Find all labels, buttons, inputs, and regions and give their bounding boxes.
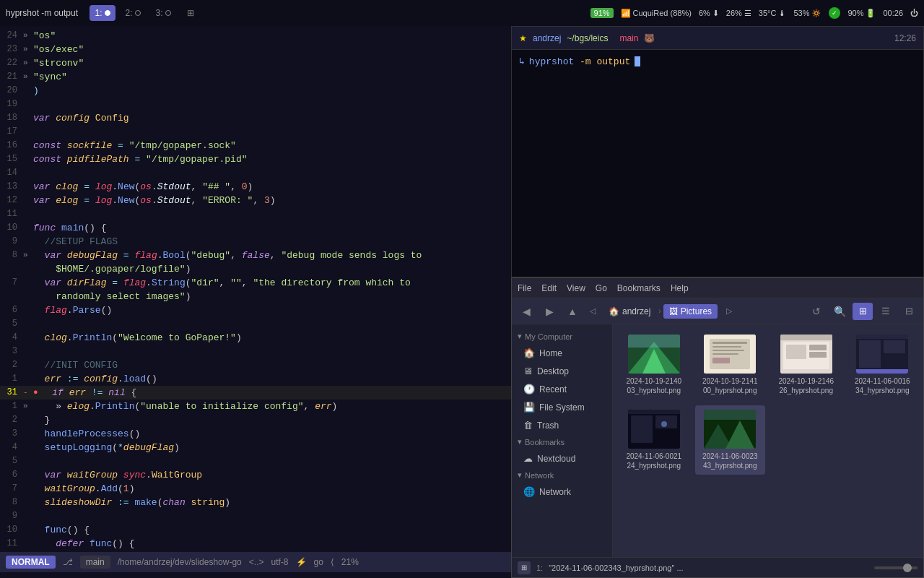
code-editor[interactable]: 24 » "os" 23 » "os/exec" 22 » "strconv" … (0, 26, 511, 578)
fm-menu-edit[interactable]: Edit (541, 283, 557, 293)
fm-statusbar: ⊞ 1: "2024-11-06-002343_hyprshot.png" ..… (512, 557, 923, 577)
code-line: 13 var clog = log.New(os.Stdout, "## ", … (0, 180, 511, 194)
fm-menu-help[interactable]: Help (671, 283, 689, 293)
fm-zoom-control[interactable] (874, 566, 918, 569)
terminal-prompt: ↳ hyprshot -m output (519, 56, 916, 67)
svg-rect-9 (712, 353, 738, 355)
fm-back-button[interactable]: ◀ (516, 303, 536, 320)
svg-rect-26 (655, 415, 677, 428)
fm-sidebar-nextcloud[interactable]: ☁ Nextcloud (512, 449, 612, 467)
fm-breadcrumb: 🏠 andrzej › 🖼 Pictures (603, 304, 718, 319)
fm-forward-button[interactable]: ▶ (539, 303, 559, 320)
fm-list-view-button[interactable]: ☰ (876, 303, 896, 320)
workspace-2-label: 2: (126, 8, 133, 18)
fm-sidebar-home[interactable]: 🏠 Home (512, 344, 612, 362)
terminal-emoji: 🐻 (644, 33, 655, 43)
home-sidebar-icon: 🏠 (523, 348, 535, 358)
code-line: 4 clog.Println("Welcome to GoPaper!") (0, 331, 511, 345)
fm-menu-bookmarks[interactable]: Bookmarks (617, 283, 661, 293)
fm-reload-button[interactable]: ↺ (806, 303, 827, 320)
fm-file-6[interactable]: 2024-11-06-002343_hyprshot.png (695, 405, 766, 475)
fm-next-button[interactable]: ▷ (722, 303, 736, 320)
power-icon[interactable]: ⏻ (910, 9, 918, 17)
code-line: 7 waitGroup.Add(1) (0, 482, 511, 496)
home-icon: 🏠 (609, 306, 619, 316)
code-line: 3 (0, 345, 511, 358)
fm-section-bookmarks[interactable]: ▾ Bookmarks (512, 434, 612, 449)
editor-scroll3: ⟨ (331, 557, 334, 567)
download-status: 6% ⬇ (699, 9, 719, 18)
fm-zoom-handle[interactable] (903, 564, 912, 572)
fm-section-network[interactable]: ▾ Network (512, 467, 612, 483)
svg-rect-27 (655, 430, 677, 443)
workspace-2[interactable]: 2: (120, 5, 146, 21)
workspace-3-label: 3: (156, 8, 163, 18)
fm-section-my-computer[interactable]: ▾ My Computer (512, 329, 612, 344)
fm-search-button[interactable]: 🔍 (829, 303, 850, 320)
main-battery-icon: 🔋 (866, 9, 876, 18)
svg-point-28 (661, 421, 667, 427)
code-line: randomly select images") (0, 290, 511, 303)
topbar-title: hyprshot -m output (6, 8, 78, 18)
trash-sidebar-icon: 🗑 (523, 420, 533, 431)
fm-sidebar-recent[interactable]: 🕐 Recent (512, 380, 612, 398)
code-line: 10 func() { (0, 523, 511, 537)
code-line: 23 » "os/exec" (0, 43, 511, 56)
code-line: 6 var waitGroup sync.WaitGroup (0, 468, 511, 482)
editor-percent: 21% (341, 557, 359, 567)
code-line: 11 (0, 207, 511, 221)
code-area[interactable]: 24 » "os" 23 » "os/exec" 22 » "strconv" … (0, 26, 511, 552)
terminal-body[interactable]: ↳ hyprshot -m output (512, 50, 923, 277)
chevron-down-icon-bookmarks: ▾ (518, 437, 522, 447)
fm-file-2[interactable]: 2024-10-19-214100_hyprshot.png (695, 330, 766, 400)
fm-sidebar-network[interactable]: 🌐 Network (512, 483, 612, 501)
terminal[interactable]: ★ andrzej ~/bgs/leics main 🐻 12:26 ↳ hyp… (511, 26, 924, 277)
svg-rect-3 (628, 335, 680, 348)
code-line: 12 if r := recover(); r != nil { (0, 551, 511, 552)
editor-encoding: utf-8 (271, 557, 288, 567)
svg-rect-8 (712, 350, 744, 351)
fm-file-4[interactable]: 2024-11-06-001634_hyprshot.png (847, 330, 918, 400)
file-manager[interactable]: File Edit View Go Bookmarks Help ◀ ▶ ▲ ◁… (511, 277, 924, 578)
fm-menu-go[interactable]: Go (596, 283, 607, 293)
workspace-1[interactable]: 1: (90, 5, 116, 21)
workspace-1-label: 1: (95, 8, 103, 18)
terminal-titlebar: ★ andrzej ~/bgs/leics main 🐻 12:26 (512, 27, 923, 50)
workspace-special-icon: ⊞ (187, 8, 194, 18)
workspace-special[interactable]: ⊞ (180, 5, 201, 21)
editor-filepath: /home/andrzej/dev/slideshow-go (118, 557, 242, 567)
temp-icon: 🌡 (778, 9, 786, 17)
fm-status-counter: 1: (536, 564, 543, 572)
fm-thumbnail-4 (856, 335, 908, 374)
fm-details-view-button[interactable]: ⊟ (899, 303, 919, 320)
fm-sidebar-filesystem[interactable]: 💾 File System (512, 398, 612, 416)
code-line: 22 » "strconv" (0, 56, 511, 70)
code-line: 1 err := config.load() (0, 372, 511, 386)
fm-breadcrumb-pictures[interactable]: 🖼 Pictures (663, 304, 718, 319)
fm-sidebar-trash[interactable]: 🗑 Trash (512, 416, 612, 434)
fm-prev-button[interactable]: ◁ (585, 303, 600, 320)
fm-status-filename: "2024-11-06-002343_hyprshot.png" ... (549, 564, 868, 572)
fm-grid-view-button[interactable]: ⊞ (853, 303, 873, 320)
svg-rect-7 (712, 346, 741, 348)
code-line: 12 var elog = log.New(os.Stdout, "ERROR:… (0, 194, 511, 207)
workspace-3[interactable]: 3: (150, 5, 176, 21)
editor-statusbar: NORMAL ⎇ main /home/andrzej/dev/slidesho… (0, 552, 511, 572)
brightness-icon: 🔅 (811, 9, 821, 18)
code-line: 10 func main() { (0, 221, 511, 235)
fm-sidebar-desktop[interactable]: 🖥 Desktop (512, 362, 612, 380)
svg-rect-24 (628, 410, 680, 414)
fm-menu-view[interactable]: View (567, 283, 585, 293)
fm-zoom-bar[interactable] (874, 566, 918, 569)
fm-breadcrumb-home[interactable]: 🏠 andrzej (603, 304, 656, 319)
fm-file-5[interactable]: 2024-11-06-002124_hyprshot.png (619, 405, 689, 475)
workspace-1-dot (105, 10, 110, 16)
fm-file-3[interactable]: 2024-10-19-214626_hyprshot.png (771, 330, 842, 400)
fm-file-1[interactable]: 2024-10-19-214003_hyprshot.png (619, 330, 689, 400)
fm-menu-file[interactable]: File (518, 283, 531, 293)
fm-up-button[interactable]: ▲ (562, 303, 583, 320)
fm-filename-3: 2024-10-19-214626_hyprshot.png (777, 376, 835, 395)
upload-status: 26% ☰ (726, 9, 751, 18)
battery-percent: 91% (590, 8, 614, 18)
editor-scroll2: ⚡ (296, 557, 307, 567)
